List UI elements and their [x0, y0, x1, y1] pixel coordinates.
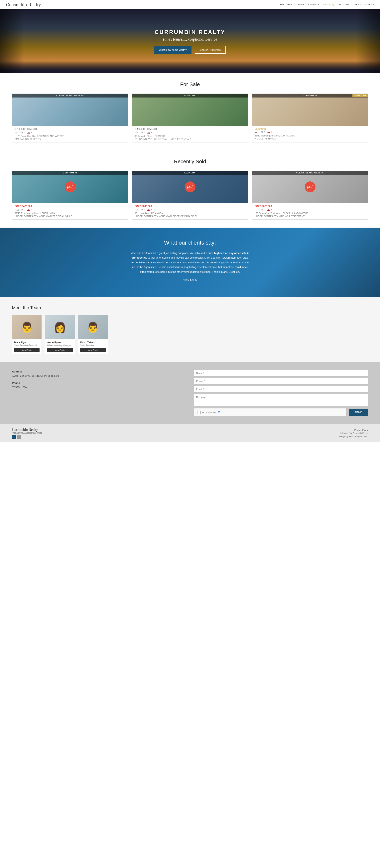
nav-link-contact[interactable]: Contact: [365, 3, 374, 6]
sold-card-1[interactable]: ELANORA Sold SOLD $840,000 🛏 5 🚿 1 🚗 2 3…: [132, 170, 248, 220]
privacy-link[interactable]: Privacy Policy: [354, 429, 368, 431]
sold-address-1: 30 Leopard Ave, | ELANORA: [135, 212, 245, 214]
sold-subtitle-2: UNDER CONTRACT - MAKING A STATEMENT: [255, 215, 366, 217]
sold-features-1: 🛏 5 🚿 1 🚗 2: [135, 209, 245, 211]
sold-subtitle-1: UNDER CONTRACT - YOUR OWN PIECE OF PARAD…: [135, 215, 245, 217]
for-sale-grid: CLEAR ISLAND WATERS $810,000 - $850,000 …: [12, 94, 368, 143]
beds-icon: 🛏 2: [255, 131, 259, 133]
car-icon: 🚗 2: [267, 209, 272, 211]
bath-icon: 🚿 1: [261, 131, 265, 133]
beds-icon: 🛏 5: [135, 131, 138, 134]
sold-card-image-2: CLEAR ISLAND WATERS Sold: [252, 171, 368, 203]
phone-value: 07 5534 1630: [12, 385, 186, 390]
footer-tagline: Fine Homes...Exceptional Service: [12, 432, 42, 434]
sold-card-image-1: ELANORA Sold: [132, 171, 248, 203]
name-input[interactable]: [194, 370, 368, 376]
home-worth-button[interactable]: What's my home worth?: [154, 46, 191, 54]
view-profile-button-1[interactable]: View Profile: [47, 348, 72, 352]
sold-badge-0: Sold: [63, 180, 76, 193]
beds-icon: 🛏 4: [255, 209, 259, 211]
bottom-footer: Currumbin Realty Fine Homes...Exceptiona…: [0, 425, 380, 442]
footer-form-section: Address 2/794 Pacific Pde, CURRUMBIN, QL…: [0, 362, 380, 425]
team-heading: Meet the Team: [12, 305, 368, 310]
phone-input[interactable]: [194, 378, 368, 384]
footer-squares: [12, 435, 42, 439]
nav-link-landlords[interactable]: Landlords: [308, 3, 319, 6]
nav-link-our-story[interactable]: Our Story: [323, 3, 334, 6]
location-badge-0: CLEAR ISLAND WATERS: [12, 94, 128, 97]
team-card-2: 👨 Kazu Takeo Sales Executive View Profil…: [78, 315, 108, 354]
copyright1: © Copyright - Currumbin Realty: [340, 432, 368, 434]
sold-price-2: SOLD $670,000: [255, 205, 366, 208]
card-image-0: CLEAR ISLAND WATERS: [12, 94, 128, 126]
car-icon: 🚗 1: [267, 131, 272, 133]
copyright2: Design by Personal Agent Direct: [339, 435, 368, 438]
view-profile-button-2[interactable]: View Profile: [80, 348, 106, 352]
beds-icon: 🛏 4: [14, 131, 19, 134]
card-image-1: ELANORA: [132, 94, 248, 126]
card-address-1: 89 Avocado Street, | ELANORA: [135, 135, 245, 137]
nav-link-local-area[interactable]: Local Area: [338, 3, 350, 6]
sold-location-2: CLEAR ISLAND WATERS: [252, 171, 368, 175]
footer-address: Address 2/794 Pacific Pde, CURRUMBIN, QL…: [12, 370, 186, 416]
team-photo-1: 👩: [45, 315, 74, 339]
recaptcha[interactable]: I'm not a robot ♻: [194, 408, 346, 416]
beds-icon: 🛏 2: [14, 209, 19, 211]
for-sale-card-2[interactable]: CURRUMBIN Under Offer Under Offer 🛏 2 🚿 …: [252, 94, 368, 143]
card-subtitle-1: STUNNING WITH HUGE DUAL LIVING POTENTIAL…: [135, 138, 245, 140]
car-icon: 🚗 1: [27, 209, 32, 211]
testimonial-heading: What our clients say:: [16, 240, 364, 246]
hero-section: CURRUMBIN REALTY Fine Homes...Exceptiona…: [0, 9, 380, 73]
footer-form: I'm not a robot ♻ SEND: [194, 370, 368, 416]
nav-link-tenants[interactable]: Tenants: [295, 3, 305, 6]
location-badge-1: ELANORA: [132, 94, 248, 97]
team-grid: 👨 Mark Ryan Sales Executive/Principal Vi…: [12, 315, 108, 354]
card-price-2: Under Offer: [255, 128, 366, 130]
hero-title: CURRUMBIN REALTY: [155, 29, 225, 35]
bath-icon: 🚿 1: [140, 131, 145, 134]
recaptcha-checkbox[interactable]: [197, 411, 201, 414]
team-role-0: Sales Executive/Principal: [14, 344, 39, 346]
sold-card-0[interactable]: CURRUMBIN Sold SOLD $426,000 🛏 2 🚿 2 🚗 1…: [12, 170, 128, 220]
square-gray: [17, 435, 21, 439]
team-role-1: Officer Marketing Manager: [47, 344, 72, 346]
bath-icon: 🚿 2: [21, 131, 25, 134]
sold-location-1: ELANORA: [132, 171, 248, 175]
card-image-2: CURRUMBIN Under Offer: [252, 94, 368, 126]
nav-link-sell[interactable]: Sell: [279, 3, 284, 6]
recaptcha-label: I'm not a robot: [202, 411, 216, 414]
bath-icon: 🚿 1: [261, 209, 265, 211]
card-features-2: 🛏 2 🚿 1 🚗 1: [255, 131, 366, 133]
copyright-area: Privacy Policy © Copyright - Currumbin R…: [339, 428, 368, 438]
sold-features-0: 🛏 2 🚿 2 🚗 1: [14, 209, 125, 211]
hero-subtitle: Fine Homes...Exceptional Service: [163, 37, 217, 41]
for-sale-card-0[interactable]: CLEAR ISLAND WATERS $810,000 - $850,000 …: [12, 94, 128, 143]
team-photo-2: 👨: [78, 315, 107, 339]
nav-link-buy[interactable]: Buy: [287, 3, 292, 6]
recently-sold-title: Recently Sold: [12, 158, 368, 165]
team-role-2: Sales Executive: [80, 344, 106, 346]
form-row: I'm not a robot ♻ SEND: [194, 408, 368, 416]
hero-palm-right: [356, 9, 380, 73]
view-profile-button-0[interactable]: View Profile: [14, 348, 39, 352]
team-card-1: 👩 Anne Ryan Officer Marketing Manager Vi…: [45, 315, 75, 354]
card-features-0: 🛏 4 🚿 2 🚗 2: [14, 131, 125, 134]
recently-sold-grid: CURRUMBIN Sold SOLD $426,000 🛏 2 🚿 2 🚗 1…: [12, 170, 368, 220]
team-name-2: Kazu Takeo: [80, 341, 106, 344]
send-button[interactable]: SEND: [349, 409, 368, 416]
nav-link-advice[interactable]: Advice: [354, 3, 361, 6]
message-input[interactable]: [194, 394, 368, 406]
navbar: Currumbin Realty SellBuyTenantsLandlords…: [0, 0, 380, 9]
search-properties-button[interactable]: Search Properties: [195, 46, 226, 54]
nav-logo[interactable]: Currumbin Realty: [6, 2, 41, 7]
sold-card-2[interactable]: CLEAR ISLAND WATERS Sold SOLD $670,000 🛏…: [252, 170, 368, 220]
testimonial-author: Harry & Ania: [130, 277, 250, 282]
sold-features-2: 🛏 4 🚿 1 🚗 2: [255, 209, 366, 211]
bath-icon: 🚿 2: [21, 209, 25, 211]
beds-icon: 🛏 5: [135, 209, 138, 211]
for-sale-card-1[interactable]: ELANORA $890,000 - $950,000 🛏 5 🚿 1 🚗 2 …: [132, 94, 248, 143]
email-input[interactable]: [194, 386, 368, 393]
testimonial-text: Mark and his team did a great job sellin…: [130, 251, 250, 274]
bath-icon: 🚿 1: [140, 209, 145, 211]
footer-logo: Currumbin Realty: [12, 428, 42, 432]
